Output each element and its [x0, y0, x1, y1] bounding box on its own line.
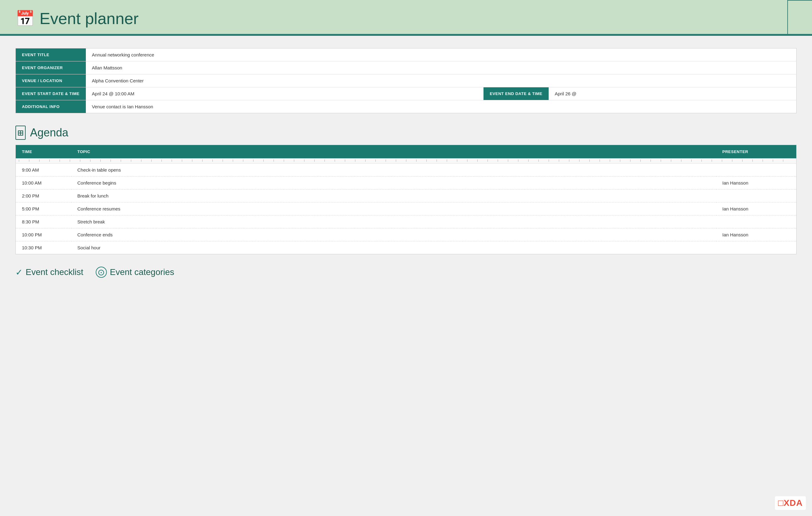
checklist-section: ✓ Event checklist: [16, 267, 83, 278]
time-7: 10:30 PM: [16, 241, 71, 254]
categories-section: ⊙ Event categories: [96, 267, 174, 278]
agenda-section: ⊞ Agenda TIME TOPIC PRESENTER: [16, 126, 796, 254]
agenda-row-2: 10:00 AM Conference begins Ian Hansson: [16, 177, 796, 189]
venue-row: VENUE / LOCATION Alpha Convention Center: [16, 74, 796, 87]
topic-6: Conference ends: [71, 229, 716, 241]
agenda-row-6: 10:00 PM Conference ends Ian Hansson: [16, 229, 796, 241]
topic-4: Conference resumes: [71, 203, 716, 215]
time-6: 10:00 PM: [16, 229, 71, 241]
topic-3: Break for lunch: [71, 189, 716, 203]
additional-info-value: Venue contact is Ian Hansson: [86, 100, 796, 113]
presenter-2: Ian Hansson: [716, 177, 796, 189]
end-date-label: EVENT END DATE & TIME: [484, 87, 549, 100]
additional-info-label: ADDITIONAL INFO: [16, 100, 86, 113]
presenter-3: [716, 189, 796, 203]
event-title-value: Annual networking conference: [86, 49, 796, 61]
topic-2: Conference begins: [71, 177, 716, 189]
event-organizer-value: Allan Mattsson: [86, 61, 796, 74]
topic-7: Social hour: [71, 241, 716, 254]
agenda-row-1: 9:00 AM Check-in table opens: [16, 163, 796, 177]
presenter-6: Ian Hansson: [716, 229, 796, 241]
agenda-header-row: TIME TOPIC PRESENTER: [16, 145, 796, 159]
agenda-title: ⊞ Agenda: [16, 126, 796, 140]
check-icon: ✓: [16, 267, 23, 277]
presenter-7: [716, 241, 796, 254]
time-5: 8:30 PM: [16, 215, 71, 229]
topic-5: Stretch break: [71, 215, 716, 229]
topic-1: Check-in table opens: [71, 163, 716, 177]
agenda-table: TIME TOPIC PRESENTER: [16, 145, 796, 254]
time-3: 2:00 PM: [16, 189, 71, 203]
time-1: 9:00 AM: [16, 163, 71, 177]
col-topic: TOPIC: [71, 145, 716, 159]
venue-label: VENUE / LOCATION: [16, 74, 86, 87]
time-2: 10:00 AM: [16, 177, 71, 189]
venue-value: Alpha Convention Center: [86, 74, 796, 87]
col-presenter: PRESENTER: [716, 145, 796, 159]
agenda-row-7: 10:30 PM Social hour: [16, 241, 796, 254]
ruler-cell: [16, 158, 796, 163]
page-title: 📅 Event planner: [16, 9, 796, 28]
end-date-value: April 26 @: [549, 87, 796, 100]
header: 📅 Event planner: [0, 0, 812, 36]
bottom-sections: ✓ Event checklist ⊙ Event categories: [16, 267, 796, 278]
time-4: 5:00 PM: [16, 203, 71, 215]
calendar-icon: 📅: [16, 9, 35, 27]
ruler-row: [16, 158, 796, 163]
presenter-4: Ian Hansson: [716, 203, 796, 215]
presenter-5: [716, 215, 796, 229]
event-info-table: EVENT TITLE Annual networking conference…: [16, 48, 796, 113]
presenter-1: [716, 163, 796, 177]
datetime-row: EVENT START DATE & TIME April 24 @ 10:00…: [16, 87, 796, 100]
start-date-value: April 24 @ 10:00 AM: [86, 87, 265, 100]
event-title-row: EVENT TITLE Annual networking conference: [16, 49, 796, 61]
event-title-label: EVENT TITLE: [16, 49, 86, 61]
event-organizer-label: EVENT ORGANIZER: [16, 61, 86, 74]
agenda-row-3: 2:00 PM Break for lunch: [16, 189, 796, 203]
main-content: EVENT TITLE Annual networking conference…: [0, 36, 812, 290]
agenda-icon: ⊞: [16, 126, 26, 140]
start-date-label: EVENT START DATE & TIME: [16, 87, 86, 100]
categories-icon: ⊙: [96, 267, 107, 278]
additional-info-row: ADDITIONAL INFO Venue contact is Ian Han…: [16, 100, 796, 113]
tick-container: [16, 159, 796, 162]
col-time: TIME: [16, 145, 71, 159]
event-organizer-row: EVENT ORGANIZER Allan Mattsson: [16, 61, 796, 74]
agenda-row-4: 5:00 PM Conference resumes Ian Hansson: [16, 203, 796, 215]
agenda-row-5: 8:30 PM Stretch break: [16, 215, 796, 229]
